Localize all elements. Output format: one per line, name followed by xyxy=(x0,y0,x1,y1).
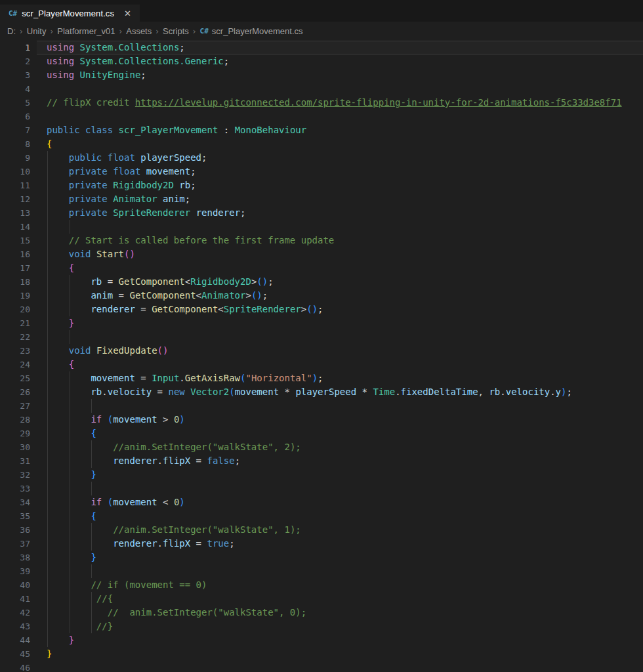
csharp-file-icon: C# xyxy=(9,10,17,17)
line-number: 30 xyxy=(0,440,30,454)
line-number: 44 xyxy=(0,633,30,647)
breadcrumb-item[interactable]: Unity xyxy=(27,26,47,36)
line-number: 3 xyxy=(0,68,30,82)
code-line: 2using System.Collections.Generic; xyxy=(0,54,643,68)
line-number: 12 xyxy=(0,192,30,206)
line-number: 16 xyxy=(0,247,30,261)
code-line: 36 //anim.SetInteger("walkState", 1); xyxy=(0,523,643,537)
line-number: 17 xyxy=(0,261,30,275)
code-text: void FixedUpdate() xyxy=(47,344,168,358)
code-text: private SpriteRenderer renderer; xyxy=(47,206,246,220)
line-number: 46 xyxy=(0,661,30,672)
csharp-file-icon: C# xyxy=(200,28,209,35)
line-number: 20 xyxy=(0,303,30,316)
code-line: 18 rb = GetComponent<Rigidbody2D>(); xyxy=(0,275,643,289)
tab-close-icon[interactable]: ✕ xyxy=(122,8,133,19)
chevron-right-icon: › xyxy=(20,27,23,36)
code-line: 26 rb.velocity = new Vector2(movement * … xyxy=(0,385,643,399)
code-text: } xyxy=(47,551,96,564)
code-text: movement = Input.GetAxisRaw("Horizontal"… xyxy=(47,371,323,385)
code-line: 30 //anim.SetInteger("walkState", 2); xyxy=(0,440,643,454)
code-line: 32 } xyxy=(0,468,643,482)
code-line: 16 void Start() xyxy=(0,247,643,261)
code-line: 20 renderer = GetComponent<SpriteRendere… xyxy=(0,303,643,316)
code-text: // if (movement == 0) xyxy=(47,578,207,592)
line-number: 42 xyxy=(0,606,30,620)
line-number: 21 xyxy=(0,316,30,330)
code-line: 21 } xyxy=(0,316,643,330)
code-text: } xyxy=(47,633,74,647)
code-line: 13 private SpriteRenderer renderer; xyxy=(0,206,643,220)
line-number: 19 xyxy=(0,289,30,303)
code-line: 46 xyxy=(0,661,643,672)
line-number: 15 xyxy=(0,234,30,247)
code-line: 14 xyxy=(0,220,643,234)
line-number: 38 xyxy=(0,551,30,564)
code-line: 22 xyxy=(0,330,643,344)
code-text: } xyxy=(47,647,52,661)
code-line: 29 { xyxy=(0,427,643,440)
code-text: if (movement > 0) xyxy=(47,413,185,427)
indent-guide xyxy=(47,482,48,495)
code-line: 28 if (movement > 0) xyxy=(0,413,643,427)
line-number: 24 xyxy=(0,358,30,371)
indent-guide xyxy=(47,399,48,413)
line-number: 14 xyxy=(0,220,30,234)
code-line: 17 { xyxy=(0,261,643,275)
chevron-right-icon: › xyxy=(156,27,159,36)
code-line: 44 } xyxy=(0,633,643,647)
code-line: 3using UnityEngine; xyxy=(0,68,643,82)
line-number: 35 xyxy=(0,509,30,523)
indent-guide xyxy=(91,399,92,413)
indent-guide xyxy=(47,220,48,234)
code-line: 38 } xyxy=(0,551,643,564)
code-line: 43 //} xyxy=(0,620,643,633)
breadcrumb-item-file[interactable]: C#scr_PlayerMovement.cs xyxy=(200,26,303,36)
code-line: 10 private float movement; xyxy=(0,165,643,178)
line-number: 4 xyxy=(0,82,30,96)
code-line: 25 movement = Input.GetAxisRaw("Horizont… xyxy=(0,371,643,385)
tab-scr-playermovement[interactable]: C# scr_PlayerMovement.cs ✕ xyxy=(0,5,140,22)
line-number: 5 xyxy=(0,96,30,110)
code-text: //} xyxy=(47,620,113,633)
code-line: 33 xyxy=(0,482,643,495)
code-text: //{ xyxy=(47,592,113,606)
line-number: 1 xyxy=(0,41,30,54)
breadcrumb-item[interactable]: Scripts xyxy=(163,26,189,36)
breadcrumb-item[interactable]: D: xyxy=(7,26,16,36)
line-number: 23 xyxy=(0,344,30,358)
code-text: { xyxy=(47,261,74,275)
line-number: 27 xyxy=(0,399,30,413)
code-line: 1using System.Collections; xyxy=(0,41,643,54)
breadcrumb-item[interactable]: Platformer_v01 xyxy=(57,26,115,36)
code-text: { xyxy=(47,137,52,151)
code-editor[interactable]: 1using System.Collections;2using System.… xyxy=(0,41,643,672)
code-line: 4 xyxy=(0,82,643,96)
line-number: 39 xyxy=(0,564,30,578)
code-text: private Animator anim; xyxy=(47,192,190,206)
code-line: 23 void FixedUpdate() xyxy=(0,344,643,358)
breadcrumb-item[interactable]: Assets xyxy=(126,26,152,36)
code-text: using UnityEngine; xyxy=(47,68,146,82)
code-line: 42 // anim.SetInteger("walkState", 0); xyxy=(0,606,643,620)
code-line: 31 renderer.flipX = false; xyxy=(0,454,643,468)
line-number: 11 xyxy=(0,178,30,192)
indent-guide xyxy=(70,482,70,495)
code-line: 35 { xyxy=(0,509,643,523)
line-number: 10 xyxy=(0,165,30,178)
line-number: 32 xyxy=(0,468,30,482)
breadcrumb-file-label: scr_PlayerMovement.cs xyxy=(212,26,303,36)
code-text: { xyxy=(47,358,74,371)
comment-link[interactable]: https://levelup.gitconnected.com/sprite-… xyxy=(135,97,622,108)
line-number: 7 xyxy=(0,123,30,137)
code-line: 8{ xyxy=(0,137,643,151)
code-text: // Start is called before the first fram… xyxy=(47,234,334,247)
code-text: // flipX credit https://levelup.gitconne… xyxy=(47,96,622,110)
code-text: { xyxy=(47,509,96,523)
code-line: 24 { xyxy=(0,358,643,371)
line-number: 18 xyxy=(0,275,30,289)
code-text: } xyxy=(47,316,74,330)
indent-guide xyxy=(91,564,92,578)
code-text: rb.velocity = new Vector2(movement * pla… xyxy=(47,385,572,399)
code-line: 5// flipX credit https://levelup.gitconn… xyxy=(0,96,643,110)
